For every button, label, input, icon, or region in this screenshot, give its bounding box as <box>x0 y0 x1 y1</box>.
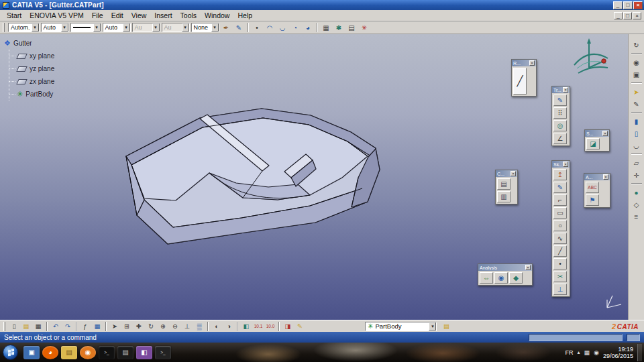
undo-icon[interactable]: ↶ <box>50 321 61 331</box>
chevron-down-icon[interactable]: ▾ <box>32 23 39 32</box>
menu-help[interactable]: Help <box>233 11 256 20</box>
palette-r[interactable]: R... × ╱ <box>511 59 537 97</box>
sphere-view-icon[interactable]: ◕ <box>303 23 314 33</box>
gutter-3d-model[interactable] <box>0 34 644 320</box>
rectangle-icon[interactable]: ▭ <box>553 207 567 219</box>
redo-icon[interactable]: ↷ <box>62 321 73 331</box>
shaded-view-icon[interactable]: ● <box>630 187 643 198</box>
close-icon[interactable]: × <box>529 60 535 66</box>
media-player-icon[interactable]: ◉ <box>80 346 96 359</box>
palette-s-titlebar[interactable]: S... × <box>585 130 609 137</box>
close-button[interactable]: × <box>633 1 643 9</box>
close-icon[interactable]: × <box>602 131 608 136</box>
palette-tr-titlebar[interactable]: Tr... × <box>552 86 570 93</box>
command-input-field[interactable] <box>529 334 623 341</box>
tree-item-xy-plane[interactable]: xy plane <box>9 50 54 62</box>
menu-file[interactable]: File <box>88 11 107 20</box>
sketcher-icon[interactable]: ✎ <box>553 182 567 193</box>
normal-view-icon[interactable]: ⊥ <box>182 321 193 331</box>
trim-icon[interactable]: ✂ <box>553 271 567 282</box>
revolve-view-icon[interactable]: ◔ <box>290 23 301 33</box>
hide-show-icon[interactable]: ◐ <box>211 321 222 331</box>
menu-start[interactable]: Start <box>3 11 25 20</box>
tree-item-zx-plane[interactable]: zx plane <box>9 75 54 88</box>
circle-icon[interactable]: ○ <box>553 220 567 231</box>
close-icon[interactable]: × <box>563 87 568 93</box>
menu-tools[interactable]: Tools <box>176 11 201 20</box>
catalog-icon[interactable]: ▤ <box>441 321 451 331</box>
design-table-icon[interactable]: ▤ <box>346 23 358 33</box>
3d-compass[interactable] <box>569 37 613 81</box>
measure-stack-icon[interactable]: ≡ <box>630 211 643 222</box>
line-rule-icon[interactable]: ╱ <box>513 68 527 95</box>
palette-sketcher-titlebar[interactable]: Sk... × <box>552 161 570 168</box>
console-2-icon[interactable]: >_ <box>155 346 171 359</box>
flag-note-icon[interactable]: ⚑ <box>586 194 599 206</box>
clipboard-icon[interactable]: ▣ <box>630 69 643 80</box>
active-body-combo[interactable]: ✳ PartBody ▾ <box>365 322 437 331</box>
constraint-icon[interactable]: ⊥ <box>553 284 567 295</box>
contact-constraint-icon[interactable]: ▥ <box>497 191 511 202</box>
linetype-combo[interactable]: ▾ <box>70 23 101 32</box>
fillet-icon[interactable]: ◡ <box>630 140 643 151</box>
chevron-down-icon[interactable]: ▾ <box>211 23 219 32</box>
pan-icon[interactable]: ✚ <box>133 321 144 331</box>
palette-c[interactable]: C... × ▤▥ <box>495 170 518 204</box>
power-input-button[interactable] <box>627 334 640 341</box>
catia-taskbar-icon[interactable]: ▣ <box>23 346 40 359</box>
volume-icon[interactable]: ◉ <box>594 349 599 356</box>
menu-enovia[interactable]: ENOVIA V5 VPM <box>25 11 88 20</box>
paint-bucket-icon[interactable]: ◨ <box>282 321 293 331</box>
catalog-browser-icon[interactable]: ▦ <box>321 23 332 33</box>
palette-a-titlebar[interactable]: A... × <box>584 174 610 180</box>
surface-tool-icon[interactable]: ◪ <box>586 138 600 149</box>
arc-tool-icon[interactable]: ◠ <box>264 23 276 33</box>
paint-app-icon[interactable]: ◧ <box>136 346 152 359</box>
menu-window[interactable]: Window <box>201 11 233 20</box>
axis-system-icon[interactable]: ✛ <box>630 170 643 180</box>
shading-mode-icon[interactable]: ◧ <box>241 321 252 331</box>
notepad-icon[interactable]: ▤ <box>117 346 133 359</box>
palette-sketcher[interactable]: Sk... × ↥✎⌐▭○∿╱•✂⊥ <box>551 160 570 297</box>
select-cursor-icon[interactable]: ➤ <box>630 86 643 97</box>
chevron-down-icon[interactable]: ▾ <box>93 23 101 32</box>
language-indicator[interactable]: FR <box>566 349 574 356</box>
zoom-out-icon[interactable]: ⊖ <box>170 321 180 331</box>
update-icon[interactable]: ↻ <box>630 40 643 50</box>
profile-icon[interactable]: ⌐ <box>553 194 567 206</box>
knowledge-icon[interactable]: ✳ <box>359 23 370 33</box>
console-icon[interactable]: >_ <box>99 346 115 359</box>
painter-icon[interactable]: ✎ <box>233 23 245 33</box>
arc-tool-2-icon[interactable]: ◡ <box>277 23 288 33</box>
palette-analysis[interactable]: Analysis × ⇔◉◆ <box>478 263 533 286</box>
auto-mode-combo[interactable]: Autom. ▾ <box>8 23 40 32</box>
open-icon[interactable]: ▤ <box>21 321 32 331</box>
measure-10-0-icon[interactable]: 10.0 <box>265 321 276 331</box>
menu-edit[interactable]: Edit <box>107 11 127 20</box>
point-icon[interactable]: • <box>553 258 567 269</box>
connect-checker-icon[interactable]: ⇔ <box>480 272 493 284</box>
swap-visible-space-icon[interactable]: ◑ <box>223 321 234 331</box>
close-icon[interactable]: × <box>511 171 516 176</box>
weight-combo[interactable]: Auto ▾ <box>103 23 131 32</box>
tree-item-partbody[interactable]: ✳ PartBody <box>9 88 54 101</box>
layer-combo[interactable]: None ▾ <box>191 23 219 32</box>
chevron-down-icon[interactable]: ▾ <box>61 23 68 32</box>
fit-all-in-icon[interactable]: ⊞ <box>121 321 132 331</box>
close-icon[interactable]: × <box>603 174 608 180</box>
palette-r-titlebar[interactable]: R... × <box>512 60 536 66</box>
menu-insert[interactable]: Insert <box>150 11 176 20</box>
plane-tool-icon[interactable]: ▱ <box>630 158 643 168</box>
curvature-analysis-icon[interactable]: ◉ <box>494 272 508 284</box>
doc-restore-button[interactable]: □ <box>623 12 632 19</box>
chevron-down-icon[interactable]: ▾ <box>429 322 436 330</box>
minimize-button[interactable]: _ <box>613 1 623 9</box>
toolbar-grip[interactable] <box>3 322 5 331</box>
fly-mode-icon[interactable]: ➤ <box>109 321 120 331</box>
restore-button[interactable]: □ <box>623 1 633 9</box>
multi-view-icon[interactable]: ▒ <box>194 321 205 331</box>
start-button[interactable] <box>3 345 18 360</box>
viewport-3d[interactable]: ❖ Gutter xy plane yz plane zx plane <box>0 34 644 320</box>
show-desktop-button[interactable] <box>637 344 642 361</box>
palette-a[interactable]: A... × ABC⚑ <box>584 173 610 208</box>
